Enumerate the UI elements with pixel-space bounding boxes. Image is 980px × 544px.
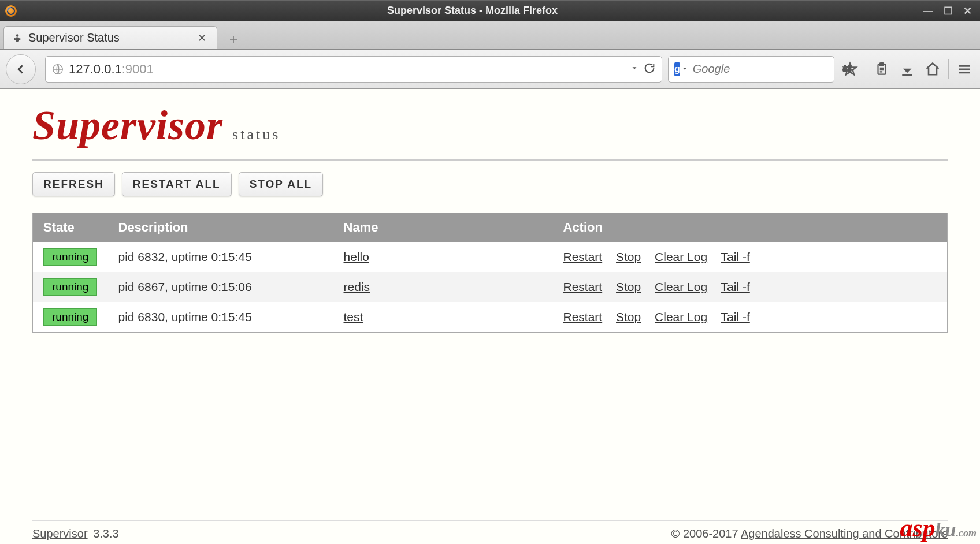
- window-titlebar: Supervisor Status - Mozilla Firefox — ☐ …: [0, 0, 980, 21]
- refresh-button[interactable]: REFRESH: [32, 172, 115, 196]
- restart-all-button[interactable]: RESTART ALL: [122, 172, 232, 196]
- col-action: Action: [553, 213, 948, 243]
- reload-button[interactable]: [643, 62, 656, 77]
- hamburger-menu-button[interactable]: [955, 59, 974, 79]
- search-bar[interactable]: g: [668, 56, 834, 83]
- back-button[interactable]: [6, 54, 36, 84]
- restart-link[interactable]: Restart: [563, 250, 603, 263]
- firefox-icon: [5, 5, 17, 17]
- col-description: Description: [108, 213, 333, 243]
- supervisor-logo: Supervisor status: [32, 102, 948, 150]
- svg-rect-2: [14, 38, 16, 40]
- restart-link[interactable]: Restart: [563, 310, 603, 323]
- svg-rect-3: [19, 38, 20, 40]
- table-row: running pid 6867, uptime 0:15:06 redis R…: [33, 272, 948, 302]
- home-button[interactable]: [923, 59, 942, 79]
- svg-rect-1: [16, 37, 19, 42]
- footer-version: 3.3.3: [93, 527, 118, 540]
- url-dropdown-icon[interactable]: [630, 64, 639, 74]
- tailf-link[interactable]: Tail -f: [721, 280, 750, 293]
- toolbar-separator: [948, 59, 949, 79]
- logo-sub-text: status: [232, 126, 280, 143]
- address-bar[interactable]: 127.0.0.1:9001: [45, 56, 662, 83]
- tab-close-button[interactable]: ✕: [195, 31, 209, 46]
- globe-icon: [51, 63, 64, 76]
- footer-copyright: © 2006-2017: [671, 527, 741, 540]
- window-title: Supervisor Status - Mozilla Firefox: [22, 5, 923, 17]
- tailf-link[interactable]: Tail -f: [721, 310, 750, 323]
- process-table: State Description Name Action running pi…: [32, 213, 948, 333]
- footer-consultant-link[interactable]: Agendaless Consulting and Contributors: [741, 527, 948, 540]
- toolbar-separator: [866, 59, 866, 79]
- window-minimize-button[interactable]: —: [923, 6, 933, 16]
- tab-strip: Supervisor Status ✕: [0, 21, 980, 50]
- process-description: pid 6867, uptime 0:15:06: [108, 272, 333, 302]
- stop-link[interactable]: Stop: [616, 310, 641, 323]
- stop-all-button[interactable]: STOP ALL: [239, 172, 324, 196]
- window-maximize-button[interactable]: ☐: [944, 6, 953, 16]
- clearlog-link[interactable]: Clear Log: [655, 310, 707, 323]
- table-header-row: State Description Name Action: [33, 213, 948, 243]
- stop-link[interactable]: Stop: [616, 250, 641, 263]
- process-name-link[interactable]: hello: [344, 250, 369, 263]
- footer-project-link[interactable]: Supervisor: [32, 527, 88, 540]
- button-row: REFRESH RESTART ALL STOP ALL: [32, 172, 948, 196]
- restart-link[interactable]: Restart: [563, 280, 603, 293]
- browser-toolbar: 127.0.0.1:9001 g: [0, 50, 980, 89]
- process-name-link[interactable]: redis: [344, 280, 370, 293]
- state-badge: running: [43, 308, 97, 326]
- state-badge: running: [43, 248, 97, 266]
- divider: [32, 159, 948, 161]
- browser-tab[interactable]: Supervisor Status ✕: [3, 26, 217, 49]
- svg-rect-12: [902, 74, 912, 76]
- col-name: Name: [333, 213, 553, 243]
- clearlog-link[interactable]: Clear Log: [655, 280, 707, 293]
- footer: Supervisor 3.3.3 © 2006-2017 Agendaless …: [32, 520, 948, 541]
- page-content: Supervisor status REFRESH RESTART ALL ST…: [0, 89, 980, 544]
- url-host: 127.0.0.1: [69, 62, 122, 76]
- url-text[interactable]: 127.0.0.1:9001: [69, 62, 626, 77]
- tailf-link[interactable]: Tail -f: [721, 250, 750, 263]
- table-row: running pid 6832, uptime 0:15:45 hello R…: [33, 242, 948, 272]
- search-engine-dropdown-icon[interactable]: [681, 64, 688, 74]
- watermark-suffix: .com: [956, 527, 977, 539]
- svg-rect-11: [880, 63, 884, 65]
- robot-favicon-icon: [12, 33, 23, 43]
- process-name-link[interactable]: test: [344, 310, 363, 323]
- search-input[interactable]: [693, 62, 840, 76]
- window-close-button[interactable]: ✕: [963, 6, 972, 16]
- table-row: running pid 6830, uptime 0:15:45 test Re…: [33, 302, 948, 333]
- tab-title: Supervisor Status: [28, 31, 195, 44]
- new-tab-button[interactable]: [224, 31, 243, 49]
- svg-point-0: [16, 34, 19, 37]
- downloads-button[interactable]: [897, 59, 917, 79]
- clearlog-link[interactable]: Clear Log: [655, 250, 707, 263]
- url-port: :9001: [122, 62, 154, 76]
- state-badge: running: [43, 278, 97, 296]
- bookmark-star-button[interactable]: [840, 59, 860, 79]
- search-engine-icon[interactable]: g: [674, 62, 680, 76]
- col-state: State: [33, 213, 108, 243]
- process-description: pid 6832, uptime 0:15:45: [108, 242, 333, 272]
- logo-main-text: Supervisor: [32, 102, 223, 150]
- process-description: pid 6830, uptime 0:15:45: [108, 302, 333, 333]
- stop-link[interactable]: Stop: [616, 280, 641, 293]
- clipboard-button[interactable]: [872, 59, 892, 79]
